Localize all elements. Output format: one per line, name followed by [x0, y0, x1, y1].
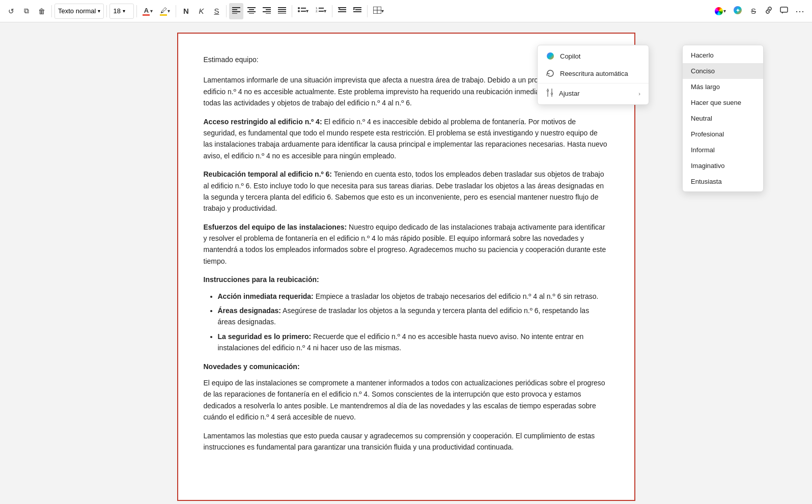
sub-hacerlo[interactable]: Hacerlo	[683, 47, 763, 63]
svg-rect-8	[263, 7, 271, 8]
increase-indent-button[interactable]	[350, 3, 365, 19]
sub-entusiasta[interactable]: Entusiasta	[683, 174, 763, 189]
doc-news-text: El equipo de las instalaciones se compro…	[204, 377, 609, 423]
copy-icon: ⧉	[24, 7, 29, 15]
sub-conciso[interactable]: Conciso	[683, 63, 763, 79]
sub-mas-largo-label: Más largo	[691, 83, 720, 91]
link-button[interactable]	[762, 3, 776, 19]
svg-rect-10	[263, 11, 271, 12]
svg-rect-12	[278, 7, 286, 8]
separator-2	[106, 5, 107, 17]
svg-rect-23	[319, 11, 324, 12]
sub-imaginativo[interactable]: Imaginativo	[683, 158, 763, 174]
bold-button[interactable]: N	[179, 3, 193, 19]
sub-hacer-suene-label: Hacer que suene	[691, 99, 741, 106]
rotate-button[interactable]: ↺	[4, 3, 18, 19]
sub-profesional-label: Profesional	[691, 130, 724, 138]
svg-rect-6	[247, 11, 256, 12]
font-style-chevron: ▾	[98, 8, 100, 14]
table-button[interactable]: ▾	[370, 3, 387, 19]
copilot-colors-button[interactable]: ▾	[712, 3, 729, 19]
delete-button[interactable]: 🗑	[35, 3, 49, 19]
separator-8	[367, 5, 368, 17]
align-right-icon	[263, 7, 271, 15]
svg-point-16	[298, 7, 300, 9]
document-container: Estimado equipo: Lamentamos informarle d…	[0, 22, 812, 504]
copilot-menu-label: Copilot	[560, 52, 580, 60]
bullet-item-2: Áreas designadas: Asegúrese de trasladar…	[218, 305, 609, 328]
numbering-button[interactable]: 1.2. ▾	[313, 3, 329, 19]
svg-rect-0	[232, 7, 240, 8]
sub-entusiasta-label: Entusiasta	[691, 178, 722, 185]
bullets-button[interactable]: ▾	[295, 3, 312, 19]
svg-rect-26	[338, 11, 346, 12]
align-left-button[interactable]	[229, 3, 243, 19]
sub-informal-label: Informal	[691, 146, 715, 154]
font-style-dropdown[interactable]: Texto normal ▾	[54, 4, 104, 19]
svg-rect-15	[278, 13, 286, 14]
increase-indent-icon	[353, 7, 361, 15]
sub-neutral[interactable]: Neutral	[683, 110, 763, 126]
decrease-indent-icon	[338, 7, 346, 15]
font-size-control[interactable]: 18 ▾	[109, 4, 134, 19]
sub-profesional[interactable]: Profesional	[683, 126, 763, 142]
sub-conciso-label: Conciso	[691, 67, 715, 75]
bullet3-title: La seguridad es lo primero:	[218, 332, 312, 341]
bold-icon: N	[183, 7, 189, 15]
rewrite-menu-label: Reescritura automática	[560, 70, 628, 77]
decrease-indent-button[interactable]	[335, 3, 349, 19]
align-right-button[interactable]	[260, 3, 274, 19]
strikethrough-button[interactable]: S	[746, 3, 761, 19]
italic-button[interactable]: K	[194, 3, 208, 19]
svg-rect-9	[266, 9, 271, 10]
table-icon	[373, 7, 381, 15]
sub-mas-largo[interactable]: Más largo	[683, 79, 763, 95]
link-icon	[765, 7, 773, 15]
doc-closing: Lamentamos las molestias que esto pueda …	[204, 430, 609, 453]
separator-3	[136, 5, 137, 17]
svg-rect-3	[232, 13, 237, 14]
more-button[interactable]: ⋯	[792, 3, 808, 19]
text-color-chevron: ▾	[150, 8, 153, 14]
bullet1-text: Empiece a trasladar los objetos de traba…	[314, 292, 599, 300]
section3-title: Esfuerzos del equipo de las instalacione…	[204, 223, 347, 231]
svg-point-43	[551, 93, 553, 95]
align-justify-icon	[278, 7, 286, 15]
rotate-icon: ↺	[8, 7, 14, 15]
align-justify-button[interactable]	[275, 3, 289, 19]
ajustar-menu-item[interactable]: Ajustar ›	[538, 85, 649, 102]
svg-rect-13	[278, 9, 286, 10]
greeting-text: Estimado equipo:	[204, 55, 259, 64]
ajustar-left: Ajustar	[546, 89, 579, 98]
svg-rect-24	[338, 7, 346, 8]
bullets-icon	[298, 7, 306, 15]
comment-button[interactable]	[777, 3, 791, 19]
separator-1	[51, 5, 52, 17]
rewrite-menu-item[interactable]: Reescritura automática	[538, 65, 649, 82]
sub-hacerlo-label: Hacerlo	[691, 51, 714, 59]
svg-rect-25	[340, 9, 346, 10]
sub-hacer-suene[interactable]: Hacer que suene	[683, 95, 763, 110]
ajustar-submenu: Hacerlo Conciso Más largo Hacer que suen…	[682, 45, 764, 192]
highlight-button[interactable]: 🖊 ▾	[157, 3, 173, 19]
font-style-label: Texto normal	[58, 7, 96, 15]
section1-title: Acceso restringido al edificio n.º 4:	[204, 118, 322, 126]
ajustar-menu-label: Ajustar	[559, 90, 579, 97]
news-text: El equipo de las instalaciones se compro…	[204, 379, 605, 421]
news-title: Novedades y comunicación:	[204, 361, 609, 372]
copilot-button[interactable]: ✦	[730, 3, 745, 19]
text-color-button[interactable]: A ▾	[139, 3, 156, 19]
underline-button[interactable]: S	[209, 3, 223, 19]
text-color-icon: A	[143, 7, 150, 16]
copy-button[interactable]: ⧉	[19, 3, 34, 19]
separator-5	[226, 5, 227, 17]
closing-text: Lamentamos las molestias que esto pueda …	[204, 432, 595, 451]
svg-point-40	[547, 90, 549, 92]
copilot-menu-item[interactable]: Copilot	[538, 47, 649, 65]
svg-rect-21	[319, 8, 324, 9]
svg-text:2.: 2.	[316, 10, 318, 13]
sub-informal[interactable]: Informal	[683, 142, 763, 158]
doc-section2: Reubicación temporal al edificio n.º 6: …	[204, 169, 609, 214]
align-center-button[interactable]	[244, 3, 259, 19]
highlight-chevron: ▾	[167, 8, 170, 14]
